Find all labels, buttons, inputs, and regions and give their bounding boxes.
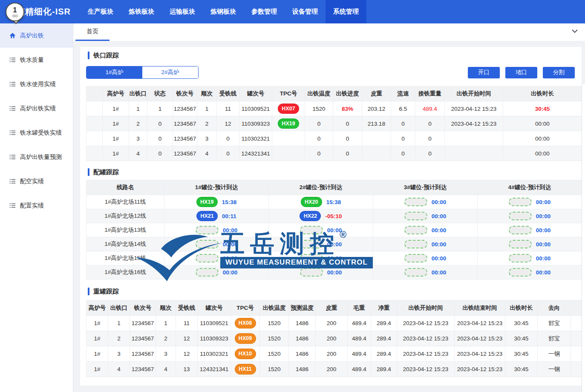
table-row[interactable]: 1#21234567212110309323HX0915201486200489…: [86, 331, 582, 346]
tpc-pill[interactable]: HX09: [235, 333, 256, 344]
vertical-scrollbar[interactable]: [582, 84, 585, 392]
table-cell: 0: [391, 131, 415, 146]
tpc-pill[interactable]: HX10: [235, 349, 256, 359]
eta-time: 00:00: [536, 269, 551, 276]
line-name-cell: 1#高炉北场16线: [86, 265, 164, 280]
column-header: 预计: [571, 300, 582, 316]
ladle-table: 线路名1#罐位-预计到达2#罐位-预计到达3#罐位-预计到达4#罐位-预计到达1…: [86, 180, 582, 280]
furnace-tab-1[interactable]: 1#高炉: [86, 66, 142, 78]
table-row[interactable]: 1#111234567111110309521HX07152083%203.12…: [86, 101, 582, 116]
table-cell: 0: [217, 131, 239, 146]
column-header: [86, 86, 103, 101]
table-row[interactable]: 1#高炉北场13线00:0000:0000:0000:00: [86, 223, 582, 237]
sidebar-item-label: 高炉出铁量预测: [20, 153, 62, 161]
tpc-pill[interactable]: HX19: [278, 118, 299, 129]
column-header: 受铁线: [217, 86, 239, 101]
slot-cell: 00:00: [478, 223, 582, 237]
ladle-pill[interactable]: HX22: [300, 211, 321, 222]
table-row[interactable]: 1#高炉北场15线00:0000:0000:0000:00: [86, 251, 582, 265]
table-row[interactable]: 1#高炉北场16线00:0000:0000:0000:00: [86, 265, 582, 280]
table-cell: 2023-04-12 15:23: [397, 316, 455, 331]
nav-item-7[interactable]: 系统管理: [326, 0, 366, 23]
nav-item-3[interactable]: 运输板块: [162, 0, 203, 23]
ladle-pill[interactable]: HX19: [196, 197, 218, 208]
sidebar-item-6[interactable]: 高炉出铁量预测: [0, 145, 73, 169]
table-cell: 489.4: [348, 331, 371, 346]
table-row[interactable]: 1#高炉北场11线HX1915:38HX2015:3800:0000:00: [86, 195, 582, 209]
table-cell: 00:00: [503, 146, 582, 161]
sidebar-item-1[interactable]: 高炉出铁: [0, 23, 73, 48]
table-cell: 0: [415, 146, 445, 161]
action-button-3[interactable]: 分割: [543, 67, 575, 78]
sidebar-item-7[interactable]: 配空实绩: [0, 169, 73, 193]
tpc-pill[interactable]: HX07: [278, 104, 299, 114]
table-row[interactable]: 1#31234567312110302321HX1015201486200489…: [86, 346, 582, 362]
heavy-ladle-table: 高炉号出铁口铁次号顺次受铁线罐次号TPC号出铁温度预测温度皮重毛重净重出铁开始时…: [86, 300, 582, 377]
line-name-cell: 1#高炉北场12线: [86, 209, 164, 223]
sidebar-item-label: 铁水使用实绩: [20, 81, 56, 88]
table-row[interactable]: 1#高炉北场14线00:0000:0000:0000:00: [86, 237, 582, 251]
table-cell: 0: [333, 146, 362, 161]
table-cell: 1#: [86, 362, 108, 377]
table-row[interactable]: 1#201234567212110309323HX1900213.1800202…: [86, 116, 582, 131]
sidebar-item-4[interactable]: 高炉出铁实绩: [0, 96, 73, 121]
sidebar-item-label: 铁水罐受铁实绩: [20, 129, 62, 137]
slot-cell: 00:00: [373, 265, 478, 280]
nav-item-1[interactable]: 生产板块: [80, 0, 121, 23]
table-cell: 1234567: [130, 362, 156, 377]
slot-cell: 00:00: [164, 265, 269, 280]
sidebar-item-3[interactable]: 铁水使用实绩: [0, 72, 73, 96]
tab-home[interactable]: 首页: [75, 23, 110, 41]
action-button-1[interactable]: 开口: [468, 67, 500, 78]
nav-item-6[interactable]: 设备管理: [285, 0, 326, 23]
ladle-pill[interactable]: HX21: [196, 211, 218, 222]
sidebar-item-2[interactable]: 铁水质量: [0, 48, 73, 72]
tpc-pill[interactable]: HX08: [235, 318, 256, 329]
list-icon: [9, 130, 16, 135]
nav-item-4[interactable]: 炼钢板块: [203, 0, 244, 23]
table-row[interactable]: 1#41234567413124321341HX1115201486200489…: [86, 362, 582, 377]
title-accent-bar: [88, 52, 89, 59]
empty-slot-pill: [509, 254, 532, 262]
column-header: 出铁温度: [260, 300, 289, 316]
furnace-tab-2[interactable]: 2#高炉: [142, 66, 198, 78]
slot-cell: 00:00: [269, 251, 373, 265]
column-header: 净重: [371, 300, 397, 316]
table-cell: 2023-04-12 15:23: [455, 362, 505, 377]
eta-time: -05:10: [325, 213, 342, 219]
column-header: 高炉号: [86, 300, 108, 316]
empty-slot-pill: [404, 212, 427, 220]
ladle-pill[interactable]: HX20: [301, 197, 322, 208]
table-cell: 1520: [305, 101, 333, 116]
table-cell: 1#: [86, 316, 108, 331]
table-row[interactable]: 1#40123456740124321341000000:00: [86, 146, 582, 161]
table-cell: 1: [197, 101, 217, 116]
table-cell: 1#: [86, 346, 108, 362]
table-cell: [272, 131, 305, 146]
table-cell: 489.4: [348, 316, 371, 331]
nav-item-2[interactable]: 炼铁板块: [121, 0, 162, 23]
sidebar-item-5[interactable]: 铁水罐受铁实绩: [0, 121, 73, 145]
empty-slot-pill: [196, 268, 219, 277]
chevron-down-icon[interactable]: [571, 29, 578, 33]
table-row[interactable]: 1#高炉北场12线HX2100:11HX22-05:1000:0000:00: [86, 209, 582, 223]
table-cell: HX08: [231, 316, 260, 331]
taphole-table: 高炉号出铁口状态铁次号顺次受铁线罐次号TPC号出铁温度出铁进度皮重流速接铁重量出…: [86, 86, 582, 161]
sidebar-item-8[interactable]: 配置实绩: [0, 193, 73, 218]
table-cell: 2023-04-12 15:23: [397, 362, 455, 377]
cell-value: 83%: [342, 106, 353, 112]
table-row[interactable]: 1#30123456730110302321000000:00: [86, 131, 582, 146]
table-cell: 0: [147, 131, 173, 146]
column-header: 2#罐位-预计到达: [269, 180, 373, 195]
nav-item-5[interactable]: 参数管理: [244, 0, 285, 23]
table-row[interactable]: 1#11234567111110309521HX0815201486200489…: [86, 316, 582, 331]
sidebar-item-label: 高炉出铁: [20, 32, 44, 40]
table-cell: [445, 146, 503, 161]
table-cell: 3: [156, 346, 176, 362]
action-button-2[interactable]: 堵口: [505, 67, 537, 78]
title-accent-bar: [88, 288, 89, 295]
table-cell: 4: [197, 146, 217, 161]
table-cell: [445, 131, 503, 146]
table-cell: 289.4: [371, 316, 397, 331]
tpc-pill[interactable]: HX11: [235, 364, 256, 375]
